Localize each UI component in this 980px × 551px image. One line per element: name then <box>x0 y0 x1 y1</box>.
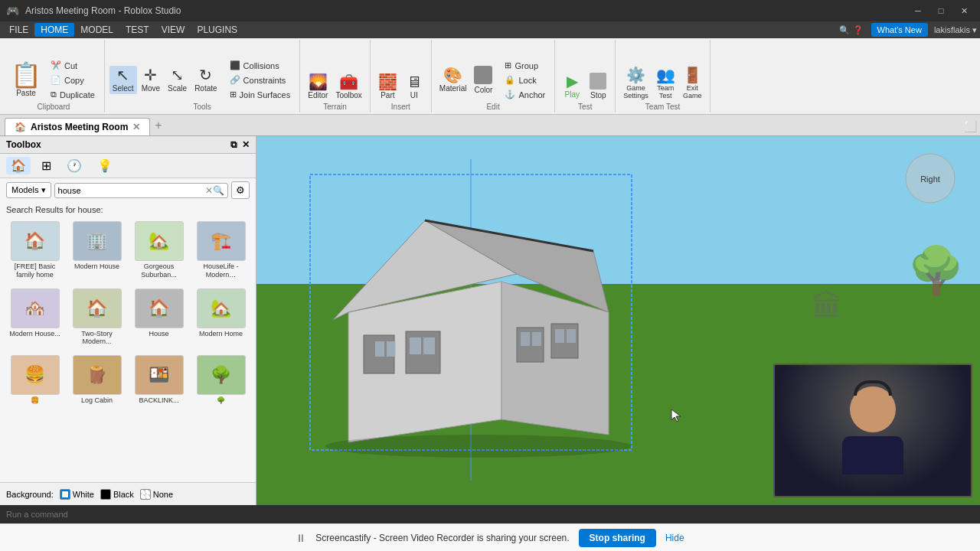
search-icon[interactable]: 🔍 <box>213 185 224 196</box>
menubar: FILE HOME MODEL TEST VIEW PLUGINS 🔍 ❓ Wh… <box>0 21 980 38</box>
menu-view[interactable]: VIEW <box>155 23 191 37</box>
team-test-button[interactable]: 👥 TeamTest <box>653 66 678 101</box>
terrain-toolbox-button[interactable]: 🧰 Toolbox <box>332 73 364 101</box>
move-button[interactable]: ✛ Move <box>139 66 163 94</box>
menu-home[interactable]: HOME <box>34 23 74 37</box>
bg-black-option[interactable]: Black <box>100 489 134 500</box>
model-item[interactable]: 🌳 🌳 <box>192 353 250 407</box>
maximize-button[interactable]: □ <box>931 4 951 18</box>
stop-button[interactable]: Stop <box>586 71 610 101</box>
toolbox-close-icon[interactable]: ✕ <box>242 139 250 150</box>
ruins-decoration: 🏛 <box>812 289 842 324</box>
model-item[interactable]: 🏘️ Modern House... <box>6 286 64 349</box>
cut-button[interactable]: ✂️ Cut <box>46 59 100 72</box>
select-button[interactable]: ↖ Select <box>109 66 137 94</box>
toolbox-tab-lighting[interactable]: 💡 <box>93 157 117 174</box>
model-item[interactable]: 🍔 🍔 <box>6 353 64 407</box>
toolbox-tab-recent[interactable]: 🕐 <box>62 157 87 174</box>
group-button[interactable]: ⊞Group <box>500 59 550 72</box>
terrain-section: 🌄 Editor 🧰 Toolbox Terrain <box>300 40 371 112</box>
terrain-editor-button[interactable]: 🌄 Editor <box>305 73 331 101</box>
close-button[interactable]: ✕ <box>954 4 974 18</box>
person-body <box>842 436 903 474</box>
cursor-icon <box>670 408 682 423</box>
menu-model[interactable]: MODEL <box>74 23 119 37</box>
house-model <box>287 159 662 481</box>
whats-new-button[interactable]: What's New <box>871 23 928 37</box>
webcam-overlay <box>773 364 972 497</box>
background-tree-icon: 🌳 <box>907 243 965 298</box>
insert-section: 🧱 Part 🖥 UI Insert <box>371 40 432 112</box>
edit-section: 🎨 Material Color ⊞Group 🔒Lock ⚓Anchor Ed… <box>432 40 555 112</box>
category-dropdown[interactable]: Models ▾ <box>6 182 51 198</box>
exit-game-button[interactable]: 🚪 ExitGame <box>680 66 705 101</box>
copy-button[interactable]: 📄 Copy <box>46 73 100 86</box>
material-button[interactable]: 🎨 Material <box>436 66 470 94</box>
toolbox-tab-models[interactable]: 🏠 <box>6 157 31 174</box>
tab-meeting-room[interactable]: 🏠 Aristos Meeting Room ✕ <box>5 118 150 135</box>
part-button[interactable]: 🧱 Part <box>375 73 400 101</box>
nav-cube[interactable]: Right <box>903 152 957 205</box>
constraints-button[interactable]: 🔗Constraints <box>225 73 296 86</box>
clipboard-section: 📋 Paste ✂️ Cut 📄 Copy ⧉ Duplicate Clipbo… <box>3 40 105 112</box>
minimize-button[interactable]: ─ <box>908 4 928 18</box>
ribbon: 📋 Paste ✂️ Cut 📄 Copy ⧉ Duplicate Clipbo… <box>0 38 980 115</box>
play-button[interactable]: ▶ Play <box>560 72 584 100</box>
anchor-button[interactable]: ⚓Anchor <box>500 88 550 101</box>
model-item[interactable]: 🏗️ HouseLife - Modern… <box>192 219 250 282</box>
toolbox-panel: Toolbox ⧉ ✕ 🏠 ⊞ 🕐 💡 Models ▾ ✕ 🔍 ⚙ <box>0 136 256 505</box>
bg-white-option[interactable]: White <box>60 489 94 500</box>
collisions-button[interactable]: ⬛Collisions <box>225 59 296 72</box>
model-item[interactable]: 🏠 House <box>130 286 188 349</box>
main-area: Toolbox ⧉ ✕ 🏠 ⊞ 🕐 💡 Models ▾ ✕ 🔍 ⚙ <box>0 136 980 505</box>
settings-section: ⚙️ GameSettings 👥 TeamTest 🚪 ExitGame Te… <box>616 40 710 112</box>
duplicate-button[interactable]: ⧉ Duplicate <box>46 88 100 101</box>
lock-button[interactable]: 🔒Lock <box>500 73 550 86</box>
add-tab-button[interactable]: + <box>152 119 165 132</box>
scale-button[interactable]: ⤡ Scale <box>165 66 190 94</box>
bg-none-option[interactable]: None <box>140 489 173 500</box>
stop-sharing-button[interactable]: Stop sharing <box>579 529 656 547</box>
filter-button[interactable]: ⚙ <box>231 181 250 199</box>
model-item[interactable]: 🏡 Gorgeous Suburban... <box>130 219 188 282</box>
screencastify-bar: ⏸ Screencastify - Screen Video Recorder … <box>0 523 980 551</box>
join-surfaces-button[interactable]: ⊞Join Surfaces <box>225 88 296 101</box>
person-head <box>850 386 896 432</box>
viewport-canvas: 🌳 🏛 <box>256 136 980 505</box>
titlebar: 🎮 Aristos Meeting Room - Roblox Studio ─… <box>0 0 980 21</box>
nav-cube-svg: Right <box>903 152 957 205</box>
rotate-button[interactable]: ↻ Rotate <box>191 66 220 94</box>
color-button[interactable]: Color <box>471 64 495 96</box>
search-input[interactable] <box>58 186 205 195</box>
search-results-label: Search Results for house: <box>6 205 250 214</box>
toolbox-tabs: 🏠 ⊞ 🕐 💡 <box>0 154 256 178</box>
model-item[interactable]: 🪵 Log Cabin <box>68 353 126 407</box>
bottom-command-bar <box>0 505 980 523</box>
svg-rect-11 <box>410 337 421 354</box>
game-settings-button[interactable]: ⚙️ GameSettings <box>620 66 652 101</box>
toolbox-tab-decals[interactable]: ⊞ <box>37 157 56 174</box>
viewport[interactable]: 🌳 🏛 <box>256 136 980 505</box>
model-item[interactable]: 🍱 BACKLINK... <box>130 353 188 407</box>
maximize-view-icon[interactable]: ⬜ <box>961 117 980 135</box>
toolbox-header: Toolbox ⧉ ✕ <box>0 136 256 154</box>
ui-button[interactable]: 🖥 UI <box>402 73 426 101</box>
hide-button[interactable]: Hide <box>665 533 684 543</box>
tabbar: 🏠 Aristos Meeting Room ✕ + ⬜ <box>0 115 980 136</box>
selection-box <box>287 159 662 481</box>
tab-close-icon[interactable]: ✕ <box>132 122 140 132</box>
svg-rect-12 <box>423 337 435 354</box>
svg-rect-14 <box>521 332 530 346</box>
model-item[interactable]: 🏠 [FREE] Basic family home <box>6 219 64 282</box>
toolbox-pop-out-icon[interactable]: ⧉ <box>230 139 237 150</box>
model-item[interactable]: 🏠 Two-Story Modern... <box>68 286 126 349</box>
clear-search-icon[interactable]: ✕ <box>205 185 213 196</box>
model-item[interactable]: 🏡 Modern Home <box>192 286 250 349</box>
menu-test[interactable]: TEST <box>119 23 155 37</box>
model-item[interactable]: 🏢 Modern House <box>68 219 126 282</box>
webcam-feed <box>775 365 971 496</box>
menu-file[interactable]: FILE <box>3 23 34 37</box>
paste-button[interactable]: 📋 Paste <box>8 61 44 99</box>
command-input[interactable] <box>6 510 974 519</box>
menu-plugins[interactable]: PLUGINS <box>191 23 243 37</box>
